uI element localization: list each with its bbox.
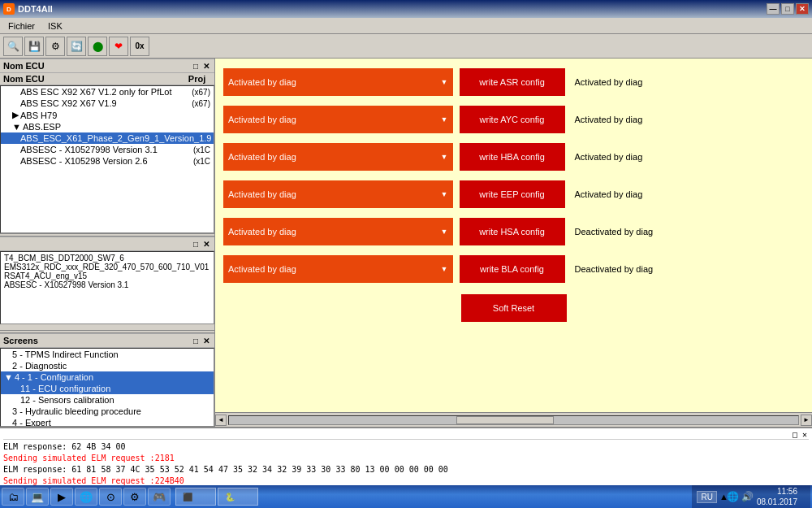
- ayc-status: Activated by diag: [572, 115, 805, 124]
- tree-item-label: ABS_ESC_X61_Phase_2_Gen9_1_Version_1.9: [20, 133, 211, 143]
- eep-dropdown-wrapper[interactable]: Activated by diag Deactivated by diag: [223, 180, 453, 208]
- hscroll-right-btn[interactable]: ►: [801, 415, 812, 426]
- taskbar-python[interactable]: 🐍: [218, 488, 258, 506]
- hba-status: Activated by diag: [572, 152, 805, 162]
- asr-status: Activated by diag: [572, 77, 805, 87]
- toolbar-refresh[interactable]: 🔄: [67, 37, 86, 56]
- screens-float-icon[interactable]: □: [192, 336, 200, 345]
- screen-item-hydraulic[interactable]: 3 - Hydraulic bleeding procedure: [1, 406, 214, 417]
- screen-label: 2 - Diagnostic: [12, 361, 67, 371]
- info-line: RSAT4_ACU_eng_v15: [4, 271, 210, 280]
- titlebar-controls[interactable]: — □ ✕: [767, 3, 809, 15]
- maximize-button[interactable]: □: [781, 3, 794, 15]
- tree-item-proj: (x61: [213, 134, 214, 143]
- hscroll-thumb[interactable]: [456, 416, 554, 424]
- tree-item[interactable]: ABS ESC X92 X67 V1.2 only for PfLot (x67…: [1, 86, 214, 98]
- config-row-eep: Activated by diag Deactivated by diag wr…: [223, 179, 804, 210]
- ecu-tree[interactable]: ABS ESC X92 X67 V1.2 only for PfLot (x67…: [0, 85, 214, 233]
- lang-indicator[interactable]: RU: [697, 491, 716, 503]
- window-title: DDT4All: [18, 4, 53, 14]
- eep-dropdown[interactable]: Activated by diag Deactivated by diag: [223, 180, 453, 208]
- screen-item-ecu-config[interactable]: 11 - ECU configuration: [1, 383, 214, 394]
- screen-label: 11 - ECU configuration: [20, 384, 110, 393]
- taskbar-browser-ie[interactable]: 🌐: [75, 488, 97, 506]
- ayc-dropdown[interactable]: Activated by diag Deactivated by diag: [223, 106, 453, 133]
- toolbar-settings[interactable]: ⚙: [45, 37, 65, 56]
- asr-dropdown[interactable]: Activated by diag Deactivated by diag: [223, 68, 453, 96]
- config-row-hba: Activated by diag Deactivated by diag wr…: [223, 141, 804, 172]
- taskbar-media2[interactable]: 🎮: [148, 488, 171, 506]
- taskbar-chrome[interactable]: ⊙: [99, 488, 122, 506]
- taskbar-computer[interactable]: 💻: [26, 488, 49, 506]
- screen-item-diagnostic[interactable]: 2 - Diagnostic: [1, 360, 214, 371]
- bla-dropdown[interactable]: Activated by diag Deactivated by diag: [223, 255, 453, 283]
- app-icon: D: [3, 3, 15, 15]
- tree-item[interactable]: ▼ ABS.ESP: [1, 121, 214, 132]
- ayc-dropdown-wrapper[interactable]: Activated by diag Deactivated by diag: [223, 106, 453, 133]
- tree-item[interactable]: ABSESC - X105298 Version 2.6 (x1C: [1, 155, 214, 167]
- h-scrollbar[interactable]: ◄ ►: [215, 412, 812, 427]
- taskbar-terminal[interactable]: ⬛: [175, 488, 216, 506]
- tree-item-selected[interactable]: ABS_ESC_X61_Phase_2_Gen9_1_Version_1.9 (…: [1, 132, 214, 144]
- log-float-icon[interactable]: □: [791, 430, 799, 439]
- tree-item[interactable]: ▶ ABS H79: [1, 109, 214, 121]
- write-hsa-btn[interactable]: write HSA config: [460, 218, 565, 245]
- write-asr-btn[interactable]: write ASR config: [460, 68, 565, 96]
- hba-dropdown-wrapper[interactable]: Activated by diag Deactivated by diag: [223, 143, 453, 171]
- ecu-header-icons: □ ✕: [192, 62, 211, 71]
- hba-dropdown[interactable]: Activated by diag Deactivated by diag: [223, 143, 453, 171]
- tree-item[interactable]: ABSESC - X10527998 Version 3.1 (x1C: [1, 144, 214, 155]
- taskbar-media[interactable]: ▶: [50, 488, 73, 506]
- toolbar-hex[interactable]: 0x: [130, 37, 149, 56]
- write-bla-btn[interactable]: write BLA config: [460, 255, 565, 283]
- write-eep-btn[interactable]: write EEP config: [460, 180, 565, 208]
- screens-section: Screens □ ✕ 5 - TPMS Indirect Function 2…: [0, 333, 214, 427]
- log-area: □ ✕ ELM response: 62 4B 34 00 Sending si…: [0, 427, 812, 492]
- info-close-icon[interactable]: ✕: [201, 240, 211, 249]
- left-panel: Nom ECU □ ✕ Nom ECU Proj ABS ESC X92 X67…: [0, 59, 215, 427]
- right-panel: Activated by diag Deactivated by diag wr…: [215, 59, 812, 412]
- hscroll-track[interactable]: [228, 415, 799, 425]
- tree-item[interactable]: ABS ESC X92 X67 V1.9 (x67): [1, 98, 214, 109]
- tray-network-icon: 🌐: [727, 491, 739, 502]
- screen-item-tpms[interactable]: 5 - TPMS Indirect Function: [1, 349, 214, 360]
- config-row-hsa: Activated by diag Deactivated by diag wr…: [223, 216, 804, 247]
- taskbar-settings-app[interactable]: ⚙: [123, 488, 146, 506]
- toolbar-heart[interactable]: ❤: [109, 37, 128, 56]
- hsa-status: Deactivated by diag: [572, 227, 805, 237]
- ecu-float-icon[interactable]: □: [192, 62, 200, 71]
- ecu-section: Nom ECU □ ✕ Nom ECU Proj ABS ESC X92 X67…: [0, 59, 214, 233]
- screen-item-config[interactable]: ▼ 4 - 1 - Configuration: [1, 371, 214, 383]
- toolbar-search[interactable]: 🔍: [3, 37, 23, 56]
- log-close-icon[interactable]: ✕: [801, 430, 809, 439]
- screen-item-sensors[interactable]: 12 - Sensors calibration: [1, 394, 214, 406]
- config-row-asr: Activated by diag Deactivated by diag wr…: [223, 67, 804, 98]
- screens-header-label: Screens: [3, 336, 38, 345]
- soft-reset-btn[interactable]: Soft Reset: [461, 294, 567, 322]
- screens-close-icon[interactable]: ✕: [201, 336, 211, 345]
- toolbar-record[interactable]: ⬤: [88, 37, 107, 56]
- menu-isk[interactable]: ISK: [41, 20, 69, 33]
- write-ayc-btn[interactable]: write AYC config: [460, 106, 565, 133]
- write-hba-btn[interactable]: write HBA config: [460, 143, 565, 171]
- bla-dropdown-wrapper[interactable]: Activated by diag Deactivated by diag: [223, 255, 453, 283]
- info-header-icons: □ ✕: [192, 240, 211, 249]
- log-header-icons: □ ✕: [791, 430, 809, 439]
- ecu-header-label: Nom ECU: [3, 61, 45, 71]
- info-float-icon[interactable]: □: [192, 240, 200, 249]
- config-row-bla: Activated by diag Deactivated by diag wr…: [223, 254, 804, 284]
- ecu-close-icon[interactable]: ✕: [201, 62, 211, 71]
- taskbar-left: 🗂 💻 ▶ 🌐 ⊙ ⚙ 🎮 ⬛ 🐍: [2, 488, 258, 506]
- info-line: T4_BCM_BIS_DDT2000_SW7_6: [4, 254, 210, 263]
- toolbar-save[interactable]: 💾: [24, 37, 44, 56]
- menu-fichier[interactable]: Fichier: [2, 20, 41, 33]
- hsa-dropdown[interactable]: Activated by diag Deactivated by diag: [223, 218, 453, 245]
- screen-item-expert[interactable]: 4 - Expert: [1, 417, 214, 427]
- taskbar-explorer[interactable]: 🗂: [2, 488, 24, 506]
- screens-list[interactable]: 5 - TPMS Indirect Function 2 - Diagnosti…: [0, 348, 214, 427]
- close-button[interactable]: ✕: [796, 3, 809, 15]
- asr-dropdown-wrapper[interactable]: Activated by diag Deactivated by diag: [223, 68, 453, 96]
- hsa-dropdown-wrapper[interactable]: Activated by diag Deactivated by diag: [223, 218, 453, 245]
- minimize-button[interactable]: —: [767, 3, 780, 15]
- hscroll-left-btn[interactable]: ◄: [215, 415, 227, 426]
